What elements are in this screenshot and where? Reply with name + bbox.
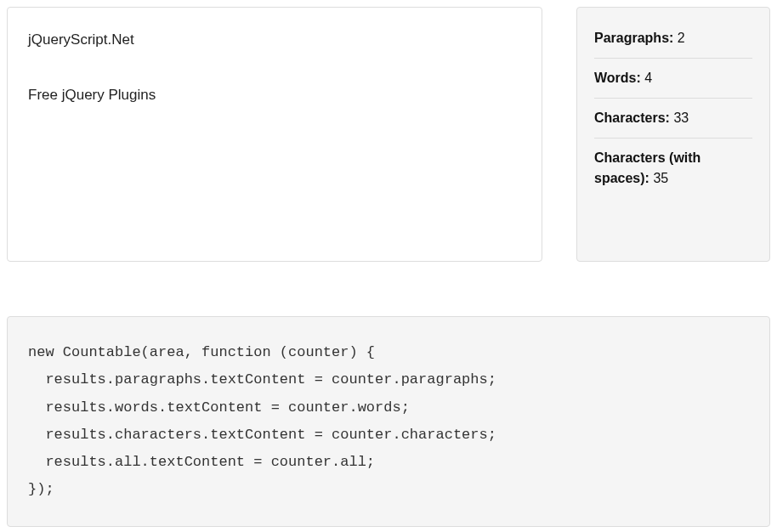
stat-all-label: Characters (with spaces): (594, 150, 700, 185)
stat-words-label: Words: (594, 71, 641, 85)
stat-all-value: 35 (653, 171, 668, 185)
code-block: new Countable(area, function (counter) {… (7, 316, 770, 527)
text-input[interactable] (7, 7, 542, 262)
stat-characters-value: 33 (673, 110, 689, 125)
stat-all: Characters (with spaces): 35 (594, 139, 752, 198)
stat-words-value: 4 (644, 71, 652, 85)
stat-paragraphs-label: Paragraphs: (594, 31, 673, 45)
stat-characters-label: Characters: (594, 110, 670, 125)
stat-words: Words: 4 (594, 59, 752, 99)
stats-panel: Paragraphs: 2 Words: 4 Characters: 33 Ch… (576, 7, 770, 262)
stat-paragraphs: Paragraphs: 2 (594, 25, 752, 59)
stat-characters: Characters: 33 (594, 99, 752, 139)
stat-paragraphs-value: 2 (678, 31, 685, 45)
top-row: Paragraphs: 2 Words: 4 Characters: 33 Ch… (7, 7, 770, 265)
textarea-wrap (7, 7, 542, 265)
